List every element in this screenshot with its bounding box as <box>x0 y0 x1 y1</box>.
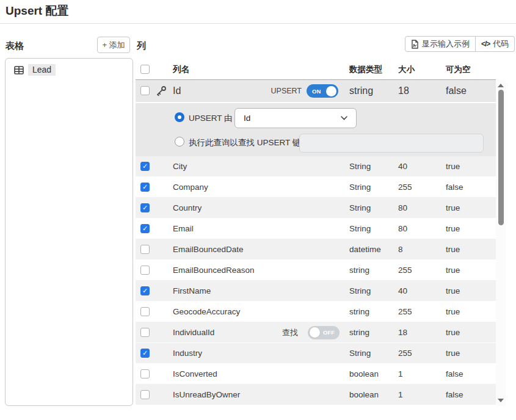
row-checkbox[interactable] <box>140 266 150 275</box>
column-nullable: true <box>446 156 460 176</box>
chevron-down-icon <box>341 116 347 120</box>
row-checkbox[interactable] <box>140 307 150 316</box>
header-datatype: 数据类型 <box>349 60 382 79</box>
column-name: Country <box>173 198 202 218</box>
upsert-query-input[interactable] <box>299 134 484 153</box>
row-checkbox[interactable] <box>140 183 150 192</box>
column-datatype: boolean <box>349 385 379 405</box>
column-nullable: false <box>446 364 463 384</box>
column-name: Id <box>173 80 181 102</box>
columns-section-label: 列 <box>137 40 146 52</box>
column-datatype: String <box>349 177 371 197</box>
upsert-by-radio[interactable] <box>175 112 184 122</box>
columns-toolbar: 显示输入示例 </> 代码 <box>405 36 515 52</box>
tables-section-label: 表格 <box>5 40 24 52</box>
column-size: 40 <box>398 156 407 176</box>
row-checkbox[interactable] <box>140 86 150 95</box>
table-row[interactable]: FirstName String 40 true <box>136 281 496 302</box>
column-size: 18 <box>398 80 409 102</box>
column-size: 1 <box>398 364 403 384</box>
row-checkbox[interactable] <box>140 203 150 212</box>
scrollbar-thumb[interactable] <box>498 90 504 225</box>
column-name: EmailBouncedReason <box>173 260 255 280</box>
row-checkbox[interactable] <box>140 162 150 171</box>
table-row[interactable]: IsUnreadByOwner boolean 1 false <box>136 385 496 405</box>
column-nullable: true <box>446 322 460 342</box>
column-datatype: String <box>349 281 371 301</box>
header-column-name: 列名 <box>173 60 189 79</box>
column-nullable: true <box>446 219 460 239</box>
table-header-row: 列名 数据类型 大小 可为空 <box>136 60 496 80</box>
column-datatype: string <box>349 80 373 102</box>
column-nullable: true <box>446 198 460 218</box>
column-datatype: String <box>349 156 371 176</box>
table-row[interactable]: Industry String 255 true <box>136 343 496 364</box>
column-datatype: String <box>349 343 371 363</box>
row-checkbox[interactable] <box>140 328 150 337</box>
row-checkbox[interactable] <box>140 245 150 254</box>
scrollbar-down-arrow-icon[interactable] <box>498 399 504 402</box>
column-size: 8 <box>398 239 403 259</box>
add-table-button[interactable]: + 添加 <box>97 37 130 53</box>
vertical-scrollbar[interactable] <box>496 80 506 406</box>
column-nullable: false <box>446 80 467 102</box>
row-checkbox[interactable] <box>140 286 150 295</box>
toggle-knob <box>326 86 336 96</box>
column-size: 40 <box>398 281 407 301</box>
table-row[interactable]: Email String 80 true <box>136 219 496 239</box>
row-checkbox[interactable] <box>140 390 150 399</box>
column-nullable: true <box>446 302 460 322</box>
column-name: IndividualId <box>173 322 214 342</box>
table-row[interactable]: Company String 255 false <box>136 177 496 198</box>
code-icon: </> <box>481 40 490 48</box>
column-datatype: string <box>349 322 369 342</box>
key-icon <box>156 85 167 96</box>
header-nullable: 可为空 <box>446 60 471 79</box>
rows-container: City String 40 true Company String 255 f… <box>136 156 496 405</box>
upsert-query-radio[interactable] <box>175 137 184 147</box>
column-size: 255 <box>398 302 412 322</box>
toggle-on-label: ON <box>312 84 321 98</box>
row-checkbox[interactable] <box>140 369 150 378</box>
columns-table: 列名 数据类型 大小 可为空 Id UPSERT ON string 18 fa… <box>136 60 496 405</box>
column-name: FirstName <box>173 281 211 301</box>
show-input-example-button[interactable]: 显示输入示例 <box>405 36 476 52</box>
column-size: 255 <box>398 177 412 197</box>
table-row-id[interactable]: Id UPSERT ON string 18 false <box>136 80 496 102</box>
column-size: 255 <box>398 260 412 280</box>
column-datatype: string <box>349 302 369 322</box>
row-checkbox[interactable] <box>140 349 150 358</box>
column-name: GeocodeAccuracy <box>173 302 240 322</box>
column-datatype: String <box>349 198 371 218</box>
toggle-knob <box>310 327 320 338</box>
table-row[interactable]: City String 40 true <box>136 156 496 177</box>
tables-list: Lead <box>5 58 133 406</box>
column-name: Industry <box>173 343 202 363</box>
select-all-checkbox[interactable] <box>140 65 150 74</box>
table-row[interactable]: IsConverted boolean 1 false <box>136 364 496 385</box>
column-name: Email <box>173 219 194 239</box>
lookup-toggle[interactable]: OFF <box>308 326 340 339</box>
table-row[interactable]: EmailBouncedReason string 255 true <box>136 260 496 281</box>
column-nullable: false <box>446 385 463 405</box>
table-row[interactable]: Country String 80 true <box>136 198 496 219</box>
table-row[interactable]: IndividualId 查找 OFF string 18 true <box>136 322 496 343</box>
column-datatype: string <box>349 260 369 280</box>
row-checkbox[interactable] <box>140 224 150 233</box>
table-row[interactable]: GeocodeAccuracy string 255 true <box>136 302 496 322</box>
column-name: IsUnreadByOwner <box>173 385 240 405</box>
code-button[interactable]: </> 代码 <box>476 36 515 52</box>
table-list-item-lead[interactable]: Lead <box>14 64 56 76</box>
column-size: 18 <box>398 322 407 342</box>
column-size: 80 <box>398 219 407 239</box>
table-row[interactable]: EmailBouncedDate datetime 8 true <box>136 239 496 260</box>
scrollbar-up-arrow-icon[interactable] <box>498 84 504 87</box>
upsert-key-dropdown[interactable]: Id <box>234 108 357 128</box>
column-size: 255 <box>398 343 412 363</box>
lookup-label: 查找 <box>282 322 298 342</box>
column-name: IsConverted <box>173 364 217 384</box>
upsert-toggle[interactable]: ON <box>307 84 338 98</box>
column-name: City <box>173 156 187 176</box>
upsert-label: UPSERT <box>252 80 302 102</box>
document-icon <box>411 40 419 49</box>
